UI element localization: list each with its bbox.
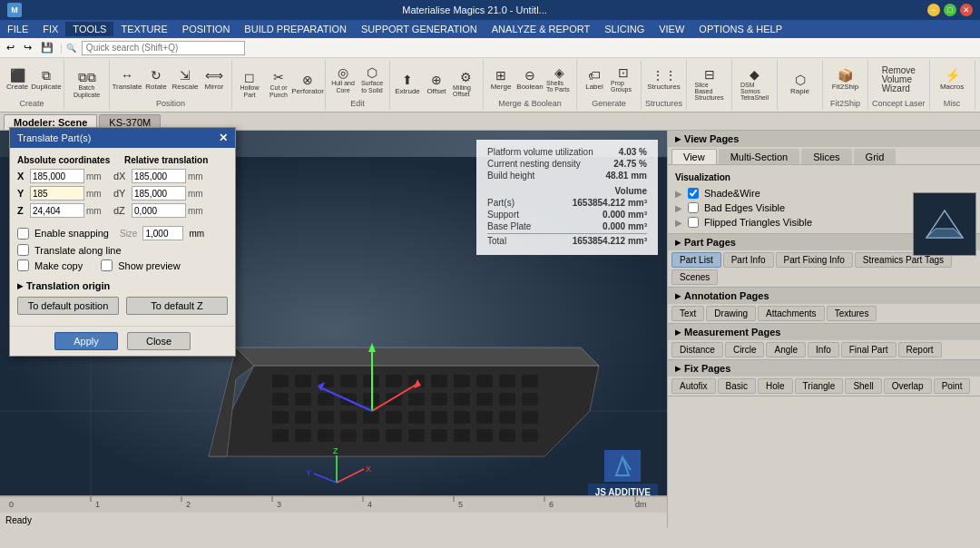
tab-circle[interactable]: Circle — [725, 342, 765, 357]
macros-btn[interactable]: ⚡ Macros — [938, 67, 965, 93]
x-abs-input[interactable] — [30, 169, 84, 183]
tab-hole[interactable]: Hole — [758, 378, 793, 394]
boolean-btn[interactable]: ⊖ Boolean — [516, 67, 544, 93]
dx-input[interactable] — [132, 169, 186, 183]
perforator-btn[interactable]: ⊗ Perforator — [294, 72, 321, 97]
menu-item-texture[interactable]: TEXTURE — [113, 22, 174, 36]
search-input[interactable] — [82, 41, 245, 55]
tab-autofix[interactable]: Autofix — [671, 378, 716, 394]
create-btn[interactable]: ⬛ Create — [4, 67, 31, 93]
tab-grid[interactable]: Grid — [854, 149, 897, 164]
offset-btn[interactable]: ⊕ Offset — [423, 72, 450, 97]
shade-wire-checkbox[interactable] — [688, 188, 699, 199]
dz-input[interactable] — [132, 203, 186, 218]
tab-drawing[interactable]: Drawing — [706, 306, 756, 321]
toolbar-group-structures: ⋮⋮ Structures Structures — [642, 60, 687, 110]
save-btn[interactable]: 💾 — [38, 41, 56, 54]
apply-button[interactable]: Apply — [54, 332, 118, 350]
tab-part-fixing-info[interactable]: Part Fixing Info — [776, 252, 853, 268]
menu-item-support-generation[interactable]: SUPPORT GENERATION — [354, 22, 485, 36]
undo-btn[interactable]: ↩ — [4, 41, 17, 54]
tab-distance[interactable]: Distance — [671, 342, 723, 357]
view-pages-header[interactable]: ▶ View Pages — [668, 131, 980, 147]
tab-report[interactable]: Report — [898, 342, 942, 357]
to-default-z-button[interactable]: To default Z — [126, 297, 228, 315]
z-abs-input[interactable] — [30, 203, 84, 218]
tab-final-part[interactable]: Final Part — [841, 342, 897, 357]
tab-part-list[interactable]: Part List — [671, 252, 721, 268]
merge-btn[interactable]: ⊞ Merge — [487, 67, 514, 93]
menu-item-slicing[interactable]: SLICING — [597, 22, 652, 36]
extrude-btn[interactable]: ⬆ Extrude — [394, 72, 421, 97]
menu-item-build-preparation[interactable]: BUILD PREPARATION — [237, 22, 354, 36]
y-abs-input[interactable] — [30, 186, 84, 201]
tab-part-info[interactable]: Part Info — [723, 252, 774, 268]
tab-shell[interactable]: Shell — [845, 378, 881, 394]
tab-overlap[interactable]: Overlap — [884, 378, 932, 394]
tab-triangle[interactable]: Triangle — [795, 378, 844, 394]
menu-item-tools[interactable]: TOOLS — [65, 22, 113, 36]
menu-item-position[interactable]: POSITION — [175, 22, 238, 36]
tab-angle[interactable]: Angle — [766, 342, 806, 357]
shells-parts-btn[interactable]: ◈ Shells To Parts — [545, 67, 573, 93]
dsm-btn[interactable]: ◆ DSM Somos TetraShell — [741, 72, 769, 97]
cut-punch-btn[interactable]: ✂ Cut or Punch — [265, 72, 292, 97]
measurement-pages-header[interactable]: ▶ Measurement Pages — [668, 324, 980, 340]
translate-btn[interactable]: ↔ Translate — [113, 67, 141, 93]
maximize-button[interactable]: □ — [944, 4, 956, 16]
rotate-btn[interactable]: ↻ Rotate — [142, 67, 170, 93]
rel-translation-header: Relative translation — [124, 155, 228, 165]
translate-along-line-checkbox[interactable] — [17, 244, 29, 256]
annotation-pages-header[interactable]: ▶ Annotation Pages — [668, 288, 980, 304]
tab-multi-section[interactable]: Multi-Section — [719, 149, 800, 164]
to-default-position-button[interactable]: To default position — [17, 297, 119, 315]
size-input[interactable] — [142, 226, 183, 240]
enable-snapping-checkbox[interactable] — [17, 228, 29, 240]
tab-slices[interactable]: Slices — [801, 149, 851, 164]
tab-attachments[interactable]: Attachments — [758, 306, 825, 321]
menu-item-file[interactable]: FILE — [0, 22, 35, 36]
surface-solid-btn[interactable]: ⬡ Surface to Solid — [358, 67, 386, 93]
structures-btn[interactable]: ⋮⋮ Structures — [651, 67, 678, 93]
label-btn[interactable]: 🏷 Label — [581, 67, 608, 93]
flipped-triangles-checkbox[interactable] — [688, 217, 699, 228]
make-copy-checkbox[interactable] — [17, 259, 29, 271]
menu-item-fix[interactable]: FIX — [35, 22, 65, 36]
dy-input[interactable] — [132, 186, 186, 201]
menu-item-view[interactable]: VIEW — [652, 22, 691, 36]
fix-pages-header[interactable]: ▶ Fix Pages — [668, 360, 980, 377]
translation-origin-header[interactable]: ▶ Translation origin — [17, 280, 228, 291]
show-preview-checkbox[interactable] — [101, 259, 113, 271]
duplicate-btn[interactable]: ⧉ Duplicate — [33, 67, 60, 93]
rescale-btn[interactable]: ⇲ Rescale — [172, 67, 199, 93]
dialog-close-button[interactable]: ✕ — [219, 132, 228, 144]
tab-point[interactable]: Point — [934, 378, 971, 394]
menu-item-options--help[interactable]: OPTIONS & HELP — [691, 22, 789, 36]
hollow-btn[interactable]: ◻ Hollow Part — [236, 72, 263, 97]
milling-btn[interactable]: ⚙ Milling Offset — [452, 72, 479, 97]
tab-view[interactable]: View — [671, 149, 717, 164]
remove-volume-btn[interactable]: Remove Volume Wizard — [885, 67, 912, 93]
batch-duplicate-btn[interactable]: ⧉⧉ Batch Duplicate — [74, 72, 101, 97]
logo-icon — [604, 450, 641, 482]
rapie-btn[interactable]: ⬡ Rapie — [787, 72, 814, 97]
tab-text[interactable]: Text — [671, 306, 704, 321]
fit2ship-btn[interactable]: 📦 Fit2Ship — [832, 67, 859, 93]
prop-groups-btn[interactable]: ⊡ Prop Groups — [610, 67, 637, 93]
slice-structures-btn[interactable]: ⊟ Slice Based Structures — [696, 72, 723, 97]
tab-scenes[interactable]: Scenes — [671, 269, 718, 285]
measurement-pages-expand-icon: ▶ — [675, 328, 681, 337]
tab-basic[interactable]: Basic — [718, 378, 756, 394]
bad-edges-checkbox[interactable] — [688, 202, 699, 213]
toolbar-group-remove: Remove Volume Wizard Concept Laser — [868, 60, 930, 110]
tab-textures[interactable]: Textures — [827, 306, 877, 321]
close-button[interactable]: Close — [127, 332, 191, 350]
mirror-btn[interactable]: ⟺ Mirror — [201, 67, 228, 93]
minimize-button[interactable]: − — [927, 4, 940, 16]
dialog-actions: Apply Close — [10, 326, 235, 356]
menu-item-analyze--report[interactable]: ANALYZE & REPORT — [485, 22, 597, 36]
tab-info[interactable]: Info — [808, 342, 839, 357]
hull-core-btn[interactable]: ◎ Hull and Core — [329, 67, 357, 93]
close-button[interactable]: ✕ — [960, 4, 973, 16]
redo-btn[interactable]: ↪ — [21, 41, 34, 54]
